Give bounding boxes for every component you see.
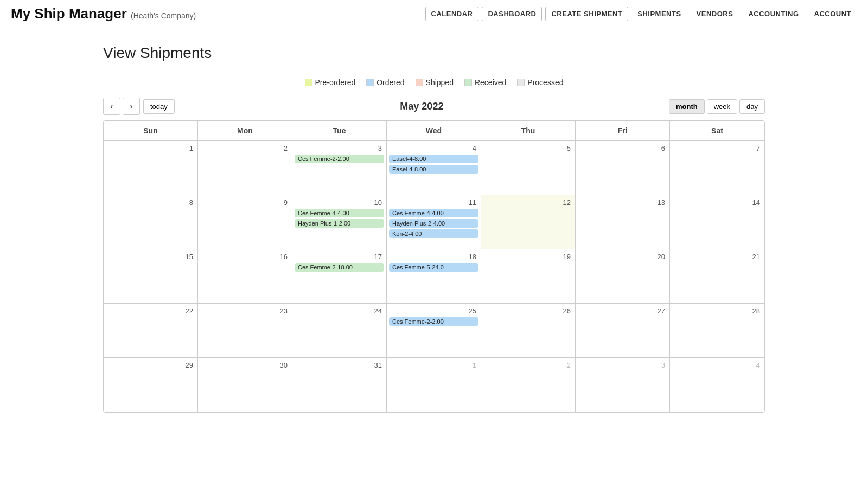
cal-cell-may-11[interactable]: 11Ces Femme-4-4.00Hayden Plus-2-4.00Kori… [387, 195, 481, 249]
next-button[interactable]: › [123, 98, 140, 115]
day-number: 26 [483, 306, 573, 317]
day-number: 19 [483, 252, 573, 263]
logo-text: My Ship Manager [11, 5, 127, 22]
view-btn-month[interactable]: month [669, 99, 705, 114]
view-btn-day[interactable]: day [739, 99, 765, 114]
day-number: 25 [389, 306, 478, 317]
legend-color-processed [517, 79, 525, 86]
cal-cell-may-27[interactable]: 27 [576, 304, 670, 358]
prev-button[interactable]: ‹ [103, 98, 120, 115]
cal-cell-may-24[interactable]: 24 [292, 304, 387, 358]
day-number: 3 [578, 360, 667, 371]
legend-color-received [464, 79, 472, 86]
day-number: 11 [389, 197, 478, 209]
cal-cell-may-1[interactable]: 1 [104, 141, 198, 195]
day-number: 12 [483, 197, 573, 209]
legend-color-preordered [305, 79, 312, 86]
cal-cell-may-26[interactable]: 26 [481, 304, 576, 358]
cal-cell-may-22[interactable]: 22 [104, 304, 198, 358]
nav-item-calendar[interactable]: CALENDAR [425, 7, 479, 21]
day-number: 6 [578, 143, 667, 155]
cal-event[interactable]: Kori-2-4.00 [389, 229, 478, 238]
cal-cell-may-12[interactable]: 12 [481, 195, 576, 249]
day-header-wed: Wed [387, 121, 481, 141]
cal-cell-may-17[interactable]: 17Ces Femme-2-18.00 [292, 249, 387, 304]
cal-event[interactable]: Ces Femme-4-4.00 [295, 209, 384, 217]
legend-label-shipped: Shipped [426, 78, 454, 87]
main-content: View Shipments Pre-orderedOrderedShipped… [92, 28, 776, 429]
today-button[interactable]: today [143, 99, 175, 114]
legend: Pre-orderedOrderedShippedReceivedProcess… [103, 78, 765, 87]
cal-cell-other-4[interactable]: 4 [670, 358, 764, 412]
main-nav: CALENDARDASHBOARDCREATE SHIPMENTSHIPMENT… [425, 7, 857, 21]
day-number: 31 [295, 360, 384, 371]
cal-cell-may-21[interactable]: 21 [670, 249, 764, 304]
day-header-tue: Tue [292, 121, 387, 141]
cal-cell-may-5[interactable]: 5 [481, 141, 576, 195]
cal-cell-may-16[interactable]: 16 [198, 249, 292, 304]
cal-cell-may-6[interactable]: 6 [576, 141, 670, 195]
day-header-thu: Thu [481, 121, 576, 141]
cal-cell-may-4[interactable]: 4Easel-4-8.00Easel-4-8.00 [387, 141, 481, 195]
cal-events: Ces Femme-4-4.00Hayden Plus-1-2.00 [295, 209, 384, 228]
cal-cell-may-7[interactable]: 7 [670, 141, 764, 195]
cal-cell-may-14[interactable]: 14 [670, 195, 764, 249]
cal-event[interactable]: Ces Femme-5-24.0 [389, 263, 478, 272]
nav-item-create-shipment[interactable]: CREATE SHIPMENT [545, 7, 628, 21]
nav-item-account[interactable]: ACCOUNT [808, 7, 858, 21]
cal-cell-may-3[interactable]: 3Ces Femme-2-2.00 [292, 141, 387, 195]
cal-cell-may-19[interactable]: 19 [481, 249, 576, 304]
calendar-title: May 2022 [175, 101, 669, 112]
cal-event[interactable]: Ces Femme-2-18.00 [295, 263, 384, 272]
header: My Ship Manager (Heath's Company) CALEND… [0, 0, 868, 28]
day-number: 16 [200, 252, 290, 263]
day-number: 2 [483, 360, 573, 371]
cal-cell-may-25[interactable]: 25Ces Femme-2-2.00 [387, 304, 481, 358]
day-number: 23 [200, 306, 290, 317]
nav-item-vendors[interactable]: VENDORS [691, 7, 739, 21]
cal-cell-may-29[interactable]: 29 [104, 358, 198, 412]
nav-item-dashboard[interactable]: DASHBOARD [482, 7, 542, 21]
cal-cell-other-2[interactable]: 2 [481, 358, 576, 412]
cal-cell-may-13[interactable]: 13 [576, 195, 670, 249]
cal-event[interactable]: Easel-4-8.00 [389, 165, 478, 174]
cal-cell-may-2[interactable]: 2 [198, 141, 292, 195]
cal-cell-may-18[interactable]: 18Ces Femme-5-24.0 [387, 249, 481, 304]
day-header-fri: Fri [576, 121, 670, 141]
cal-events: Ces Femme-2-18.00 [295, 263, 384, 272]
day-header-mon: Mon [198, 121, 292, 141]
day-number: 24 [295, 306, 384, 317]
cal-cell-may-23[interactable]: 23 [198, 304, 292, 358]
day-number: 2 [200, 143, 290, 155]
legend-item-shipped: Shipped [416, 78, 454, 87]
cal-cell-may-30[interactable]: 30 [198, 358, 292, 412]
day-number: 9 [200, 197, 290, 209]
nav-item-shipments[interactable]: SHIPMENTS [631, 7, 687, 21]
cal-cell-may-28[interactable]: 28 [670, 304, 764, 358]
cal-event[interactable]: Ces Femme-2-2.00 [295, 155, 384, 163]
cal-cell-may-8[interactable]: 8 [104, 195, 198, 249]
cal-cell-may-20[interactable]: 20 [576, 249, 670, 304]
cal-cell-may-15[interactable]: 15 [104, 249, 198, 304]
nav-item-accounting[interactable]: ACCOUNTING [742, 7, 805, 21]
view-btn-week[interactable]: week [707, 99, 737, 114]
cal-event[interactable]: Ces Femme-2-2.00 [389, 317, 478, 326]
day-number: 4 [672, 360, 762, 371]
cal-event[interactable]: Hayden Plus-1-2.00 [295, 219, 384, 228]
cal-event[interactable]: Ces Femme-4-4.00 [389, 209, 478, 217]
view-buttons: monthweekday [669, 99, 765, 114]
cal-event[interactable]: Hayden Plus-2-4.00 [389, 219, 478, 228]
legend-label-processed: Processed [527, 78, 563, 87]
day-number: 27 [578, 306, 667, 317]
cal-cell-other-3[interactable]: 3 [576, 358, 670, 412]
cal-event[interactable]: Easel-4-8.00 [389, 155, 478, 163]
calendar-body: 123Ces Femme-2-2.004Easel-4-8.00Easel-4-… [104, 141, 764, 412]
cal-cell-may-31[interactable]: 31 [292, 358, 387, 412]
cal-cell-may-9[interactable]: 9 [198, 195, 292, 249]
app-logo: My Ship Manager (Heath's Company) [11, 5, 196, 22]
day-number: 14 [672, 197, 762, 209]
legend-item-preordered: Pre-ordered [305, 78, 356, 87]
cal-cell-may-10[interactable]: 10Ces Femme-4-4.00Hayden Plus-1-2.00 [292, 195, 387, 249]
cal-events: Ces Femme-4-4.00Hayden Plus-2-4.00Kori-2… [389, 209, 478, 238]
cal-cell-other-1[interactable]: 1 [387, 358, 481, 412]
